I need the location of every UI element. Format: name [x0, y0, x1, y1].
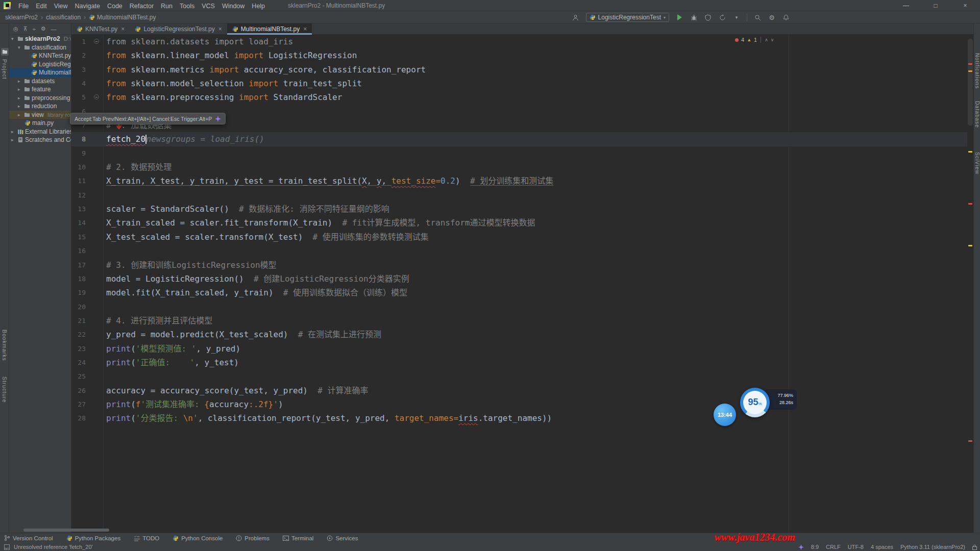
sidebar-item-project[interactable]: Project: [2, 59, 8, 80]
run-configuration-select[interactable]: LogisticRegressionTest ▾: [586, 13, 669, 22]
chevron-right-icon[interactable]: ▸: [18, 112, 22, 117]
vertical-scrollbar[interactable]: [967, 35, 973, 533]
chevron-right-icon[interactable]: ▸: [18, 79, 22, 84]
user-icon[interactable]: [572, 13, 580, 21]
tree-item-preprocessing[interactable]: ▸preprocessing: [9, 94, 71, 103]
tab-knntest-py[interactable]: KNNTest.py×: [71, 23, 130, 34]
hide-panel-icon[interactable]: —: [51, 26, 57, 32]
options-icon[interactable]: ÷: [33, 26, 36, 32]
menu-file[interactable]: File: [15, 3, 32, 10]
breadcrumb-item-1[interactable]: classification: [46, 14, 81, 21]
tree-item-feature[interactable]: ▸feature: [9, 85, 71, 94]
tree-item-datasets[interactable]: ▸datasets: [9, 77, 71, 86]
tree-item-scratches-and-consoles[interactable]: ▸Scratches and Consoles: [9, 136, 71, 144]
indent-style[interactable]: 4 spaces: [871, 544, 893, 550]
warning-stripe-mark[interactable]: [968, 70, 972, 72]
chevron-right-icon[interactable]: ▸: [18, 95, 22, 101]
notifications-bell-icon[interactable]: [782, 13, 790, 21]
sidebar-item-bookmarks[interactable]: Bookmarks: [2, 330, 8, 361]
tree-item-classification[interactable]: ▾classification: [9, 43, 71, 52]
menu-tools[interactable]: Tools: [176, 3, 198, 10]
coverage-icon[interactable]: [704, 13, 712, 21]
code-editor[interactable]: 1from sklearn.datasets import load_iris2…: [71, 35, 967, 425]
tool-window-todo[interactable]: TODO: [134, 535, 159, 541]
debug-icon[interactable]: [690, 13, 698, 21]
tool-window-terminal[interactable]: Terminal: [283, 535, 313, 541]
menu-vcs[interactable]: VCS: [198, 3, 218, 10]
tree-item-knntest-py[interactable]: KNNTest.py: [9, 52, 71, 60]
tool-window-python-packages[interactable]: Python Packages: [66, 535, 121, 541]
close-button[interactable]: ×: [950, 0, 980, 11]
menu-view[interactable]: View: [51, 3, 71, 10]
tool-window-python-console[interactable]: Python Console: [173, 535, 223, 541]
overlay-gauge[interactable]: 95 %: [740, 388, 770, 417]
error-stripe-mark[interactable]: [968, 440, 972, 442]
lock-icon[interactable]: [972, 544, 977, 550]
tree-item-external-libraries[interactable]: ▸External Libraries: [9, 128, 71, 136]
error-stripe-mark[interactable]: [968, 63, 972, 65]
minimize-button[interactable]: —: [891, 0, 921, 11]
close-icon[interactable]: ×: [121, 26, 125, 33]
status-message[interactable]: Unresolved reference 'fetch_20': [14, 544, 93, 550]
layout-icon[interactable]: [4, 544, 10, 550]
menu-refactor[interactable]: Refactor: [126, 3, 157, 10]
fold-icon[interactable]: [94, 39, 99, 44]
chevron-right-icon[interactable]: ▸: [11, 137, 16, 142]
breadcrumb-item-2[interactable]: MultinomialNBTest.py: [89, 14, 156, 21]
tree-item-reduction[interactable]: ▸reduction: [9, 102, 71, 111]
chevron-right-icon[interactable]: ▸: [18, 87, 22, 92]
status-message-area[interactable]: Unresolved reference 'fetch_20': [0, 544, 93, 550]
menu-code[interactable]: Code: [104, 3, 126, 10]
menu-window[interactable]: Window: [218, 3, 248, 10]
search-icon[interactable]: [753, 13, 762, 21]
scrollbar-thumb[interactable]: [968, 39, 973, 126]
sidebar-item-structure[interactable]: Structure: [2, 377, 8, 403]
close-icon[interactable]: ×: [303, 26, 307, 33]
inspections-widget[interactable]: 4 ▲ 1 ∧ ∨: [735, 37, 774, 43]
tree-item-multinomialnbtest-py[interactable]: MultinomialNBTest.py: [9, 68, 71, 77]
collapse-all-icon[interactable]: ⊼: [23, 26, 28, 32]
tab-multinomialnbtest-py[interactable]: MultinomialNBTest.py×: [227, 23, 312, 34]
tool-window-version-control[interactable]: Version Control: [4, 535, 53, 541]
sidebar-item-notifications[interactable]: Notifications: [974, 53, 980, 89]
maximize-button[interactable]: □: [921, 0, 950, 11]
tree-item-main-py[interactable]: main.py: [9, 119, 71, 128]
python-interpreter[interactable]: Python 3.11 (sklearnPro2): [900, 544, 965, 550]
overlay-timer[interactable]: 13:44: [714, 404, 736, 426]
gear-icon[interactable]: ⚙: [41, 26, 46, 32]
prev-problem-icon[interactable]: ∧: [765, 37, 768, 42]
line-separator[interactable]: CRLF: [826, 544, 841, 550]
breadcrumb-item-0[interactable]: sklearnPro2: [5, 14, 38, 21]
editor-area[interactable]: KNNTest.py×LogisticRegressionTest.py×Mul…: [71, 23, 973, 533]
sidebar-item-sciview[interactable]: SciView: [974, 152, 980, 174]
chevron-right-icon[interactable]: ▸: [18, 104, 22, 109]
menu-edit[interactable]: Edit: [32, 3, 51, 10]
tab-logisticregressiontest-py[interactable]: LogisticRegressionTest.py×: [130, 23, 227, 34]
file-encoding[interactable]: UTF-8: [848, 544, 864, 550]
project-tool-icon[interactable]: [1, 48, 9, 56]
tree-item-view[interactable]: ▸viewlibrary ro: [9, 111, 71, 119]
tree-item-logisticregressiontest-py[interactable]: LogisticRegressionTest.py: [9, 60, 71, 69]
warning-stripe-mark[interactable]: [968, 151, 972, 153]
sidebar-item-database[interactable]: Database: [974, 101, 980, 128]
tree-item-sklearnpro2[interactable]: ▾sklearnPro2D:\skl: [9, 35, 71, 43]
tool-window-problems[interactable]: Problems: [236, 535, 270, 541]
warning-stripe-mark[interactable]: [968, 245, 972, 246]
chevron-right-icon[interactable]: ▸: [11, 129, 16, 134]
menu-help[interactable]: Help: [248, 3, 268, 10]
profiler-icon[interactable]: [718, 13, 726, 21]
next-problem-icon[interactable]: ∨: [771, 37, 774, 42]
ai-assistant-icon[interactable]: [798, 544, 804, 550]
settings-gear-icon[interactable]: ⚙: [768, 13, 776, 21]
chevron-down-icon[interactable]: ▾: [732, 13, 741, 21]
menu-run[interactable]: Run: [157, 3, 176, 10]
caret-position[interactable]: 8:9: [811, 544, 819, 550]
error-stripe-mark[interactable]: [968, 203, 972, 205]
close-icon[interactable]: ×: [218, 26, 222, 33]
chevron-down-icon[interactable]: ▾: [18, 45, 22, 50]
horizontal-scrollbar[interactable]: [23, 529, 109, 532]
run-button[interactable]: [675, 13, 683, 21]
locate-icon[interactable]: ◎: [13, 26, 18, 32]
tool-window-services[interactable]: Services: [327, 535, 358, 541]
chevron-down-icon[interactable]: ▾: [11, 36, 16, 41]
